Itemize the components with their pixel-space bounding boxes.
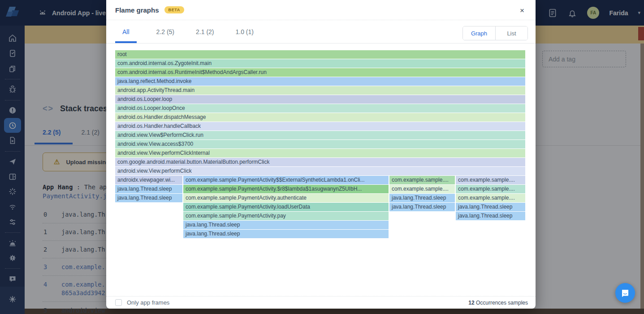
version-tabs: All 2.2 (5) 2.1 (2) 1.0 (1) Graph List	[106, 20, 536, 44]
flame-graph: rootcom.android.internal.os.ZygoteInit.m…	[115, 50, 526, 239]
flame-cell[interactable]: com.example.sample.PaymentActivity.pay	[183, 212, 389, 220]
only-app-frames-checkbox[interactable]	[115, 299, 122, 306]
flame-cell[interactable]: com.example.sample.PaymentActivity.loadU…	[183, 203, 389, 211]
flame-cell[interactable]: com.android.internal.os.ZygoteInit.main	[115, 59, 525, 68]
flame-cell[interactable]: java.lang.Thread.sleep	[389, 203, 455, 211]
flame-cell[interactable]: android.view.View.performClickInternal	[115, 149, 525, 157]
flame-cell[interactable]: java.lang.Thread.sleep	[183, 230, 389, 238]
flame-cell[interactable]: android.os.Looper.loop	[115, 95, 525, 104]
flame-cell[interactable]: android.app.ActivityThread.main	[115, 86, 525, 95]
flame-cell[interactable]: com.example.sample....	[456, 185, 525, 193]
flame-cell[interactable]: java.lang.reflect.Method.invoke	[115, 77, 525, 86]
flame-cell[interactable]: android.view.View.access$3700	[115, 140, 525, 148]
flame-cell[interactable]: com.google.android.material.button.Mater…	[115, 158, 525, 166]
flame-cell[interactable]: com.android.internal.os.RuntimeInit$Meth…	[115, 68, 525, 77]
flame-cell[interactable]: java.lang.Thread.sleep	[456, 212, 525, 220]
flame-graphs-modal: Flame graphs BETA × All 2.2 (5) 2.1 (2) …	[106, 0, 536, 309]
graph-view-button[interactable]: Graph	[463, 26, 495, 40]
view-toggle: Graph List	[462, 26, 528, 40]
flame-cell[interactable]: java.lang.Thread.sleep	[115, 194, 182, 202]
list-view-button[interactable]: List	[495, 26, 527, 40]
flame-cell[interactable]: androidx.viewpager.wi...	[115, 176, 182, 184]
occurrences-samples: 12 Occurrences samples	[468, 300, 528, 306]
flame-cell[interactable]: android.os.Looper.loopOnce	[115, 104, 525, 113]
flame-cell[interactable]: com.example.sample.PaymentActivity.$r8$l…	[183, 185, 389, 193]
flame-cell[interactable]: com.example.sample....	[456, 194, 525, 202]
flame-cell[interactable]: java.lang.Thread.sleep	[389, 194, 455, 202]
tab-2-1[interactable]: 2.1 (2)	[194, 20, 216, 43]
tab-2-2[interactable]: 2.2 (5)	[155, 20, 176, 43]
tab-1-0[interactable]: 1.0 (1)	[234, 20, 255, 43]
flame-cell[interactable]: java.lang.Thread.sleep	[183, 221, 389, 229]
close-icon[interactable]: ×	[517, 5, 527, 16]
flame-cell[interactable]: com.example.sample.PaymentActivity$$Exte…	[183, 176, 389, 184]
only-app-frames-label: Only app frames	[127, 299, 169, 306]
chat-launcher-button[interactable]	[615, 283, 635, 303]
tab-all[interactable]: All	[115, 20, 137, 43]
flame-cell[interactable]: android.os.Handler.dispatchMessage	[115, 113, 525, 122]
flame-cell[interactable]: android.os.Handler.handleCallback	[115, 122, 525, 131]
flame-cell[interactable]: android.view.View$PerformClick.run	[115, 131, 525, 140]
beta-badge: BETA	[164, 6, 184, 13]
modal-title: Flame graphs	[115, 6, 159, 14]
flame-cell[interactable]: com.example.sample.PaymentActivity.authe…	[183, 194, 389, 202]
modal-footer: Only app frames 12 Occurrences samples	[106, 296, 536, 309]
flame-cell[interactable]: java.lang.Thread.sleep	[115, 185, 182, 193]
flame-cell[interactable]: android.view.View.performClick	[115, 167, 525, 175]
flame-cell[interactable]: root	[115, 50, 525, 59]
modal-header: Flame graphs BETA ×	[106, 0, 536, 20]
flame-cell[interactable]: java.lang.Thread.sleep	[456, 203, 525, 211]
screen: Android App - live FA Farida ▾	[0, 0, 644, 314]
chat-bubble-icon	[620, 288, 630, 298]
flame-cell[interactable]: com.example.sample....	[389, 185, 455, 193]
flame-cell[interactable]: com.example.sample....	[456, 176, 525, 184]
flame-cell[interactable]: com.example.sample....	[389, 176, 455, 184]
